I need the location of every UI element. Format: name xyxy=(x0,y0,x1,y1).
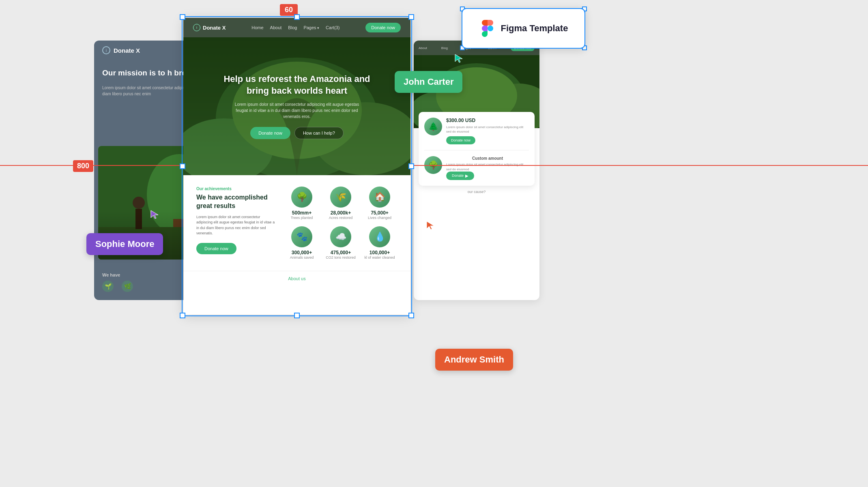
achievement-circle-4: ☁️ xyxy=(330,226,351,247)
achievements-title: We have accomplished great results xyxy=(196,193,277,210)
achievement-item-1: 🌾 28,000k+ Acres restored xyxy=(323,187,359,220)
achievements-inner: Our achievements We have accomplished gr… xyxy=(196,187,397,260)
achievement-number-2: 75,000+ xyxy=(371,210,389,216)
hero-section: Help us reforest the Amazonia and bring … xyxy=(183,37,410,175)
left-card-logo-icon: i xyxy=(102,46,110,54)
achievements-left: Our achievements We have accomplished gr… xyxy=(196,187,277,260)
achievement-number-3: 300,000+ xyxy=(292,250,312,255)
nav-donate-button[interactable]: Donate now xyxy=(365,23,401,32)
achievement-label-5: kl of water cleaned xyxy=(364,255,395,260)
main-nav: i Donate X Home About Blog Pages Cart(3)… xyxy=(183,18,410,37)
figma-logo-icon xyxy=(479,20,496,37)
name-badge-andrew: Andrew Smith xyxy=(435,349,513,371)
achievement-number-0: 500mm+ xyxy=(292,210,312,216)
left-card-achievement-label: We have xyxy=(102,272,120,277)
donate-custom-btn-label: Donate xyxy=(452,174,464,178)
achievement-label-0: Trees planted xyxy=(291,216,313,220)
achievements-desc: Lorem ipsum dolor sit amet consectetur a… xyxy=(196,215,277,236)
main-frame: i Donate X Home About Blog Pages Cart(3)… xyxy=(183,18,410,315)
hero-title: Help us reforest the Amazonia and bring … xyxy=(220,73,374,97)
main-footer-link[interactable]: About us xyxy=(183,271,410,286)
right-card-nav-about: About xyxy=(419,46,427,50)
donate-price-1: $300.00 USD xyxy=(446,118,529,123)
achievement-circle-1: 🌾 xyxy=(330,187,351,208)
donate-item-1: 🌲 $300.00 USD Lorem ipsum dolor sit amet… xyxy=(424,118,529,150)
right-card-nav-blog: Blog xyxy=(441,46,448,50)
achievement-circle-5: 💧 xyxy=(369,226,390,247)
donate-info-1: $300.00 USD Lorem ipsum dolor sit amet c… xyxy=(446,118,529,144)
name-badge-sophie: Sophie Moore xyxy=(86,233,163,255)
canvas: 800 60 i Donate X Our mission is to h br… xyxy=(0,0,868,487)
donate-icon-1: 🌲 xyxy=(424,118,442,135)
donate-custom-amount-label: Custom amount xyxy=(446,156,529,161)
donate-custom-btn[interactable]: Donate ▶ xyxy=(446,172,474,180)
nav-link-pages[interactable]: Pages xyxy=(303,25,319,30)
achievement-label-3: Animals saved xyxy=(290,255,314,260)
hero-donate-button[interactable]: Donate now xyxy=(250,127,290,139)
nav-links: Home About Blog Pages Cart(3) xyxy=(251,25,339,30)
achievements-section: Our achievements We have accomplished gr… xyxy=(183,175,410,271)
achievement-label-2: Lives changed xyxy=(368,216,391,220)
donate-info-2: Custom amount Lorem ipsum dolor sit amet… xyxy=(446,156,529,180)
hero-subtitle: Lorem ipsum dolor sit amet consectetur a… xyxy=(234,101,360,120)
figma-template-box: Figma Template xyxy=(462,8,585,49)
achievement-number-4: 475,000+ xyxy=(331,250,351,255)
nav-cart[interactable]: Cart(3) xyxy=(326,25,339,30)
achievement-circle-2: 🏠 xyxy=(369,187,390,208)
left-card-logo-text: Donate X xyxy=(114,47,140,54)
hero-help-button[interactable]: How can I help? xyxy=(294,127,344,139)
achievements-grid: 🌳 500mm+ Trees planted 🌾 28,000k+ Acres … xyxy=(284,187,397,260)
donate-arrow-icon: ▶ xyxy=(465,174,468,178)
ruler-label: 800 xyxy=(73,160,93,172)
right-card-support-text: our cause? xyxy=(414,186,539,194)
donate-custom-row: Donate ▶ xyxy=(446,172,529,180)
achievement-circle-0: 🌳 xyxy=(291,187,312,208)
nav-link-blog[interactable]: Blog xyxy=(288,25,297,30)
achievement-icon-2: 🌿 xyxy=(122,281,133,292)
nav-logo-icon: i xyxy=(193,24,200,31)
achievements-right: 🌳 500mm+ Trees planted 🌾 28,000k+ Acres … xyxy=(284,187,397,260)
achievement-item-2: 🏠 75,000+ Lives changed xyxy=(362,187,397,220)
figma-template-text: Figma Template xyxy=(501,23,568,34)
right-card-donate-card: 🌲 $300.00 USD Lorem ipsum dolor sit amet… xyxy=(419,112,535,186)
nav-link-home[interactable]: Home xyxy=(251,25,263,30)
svg-marker-19 xyxy=(151,210,158,219)
nav-link-about[interactable]: About xyxy=(270,25,282,30)
donate-desc-2: Lorem ipsum dolor sit amet consectetur a… xyxy=(446,162,529,171)
svg-marker-20 xyxy=(427,221,434,230)
donate-item-2: 🌳 Custom amount Lorem ipsum dolor sit am… xyxy=(424,156,529,180)
achievements-donate-button[interactable]: Donate now xyxy=(196,243,236,254)
achievement-item-5: 💧 100,000+ kl of water cleaned xyxy=(362,226,397,260)
svg-marker-18 xyxy=(455,54,462,62)
achievements-label: Our achievements xyxy=(196,187,277,191)
dimension-badge-top: 60 xyxy=(280,4,298,16)
achievement-number-1: 28,000k+ xyxy=(331,210,351,216)
achievement-item-4: ☁️ 475,000+ CO2 tons restored xyxy=(323,226,359,260)
achievement-label-4: CO2 tons restored xyxy=(326,255,356,260)
achievement-number-5: 100,000+ xyxy=(370,250,390,255)
achievement-label-1: Acres restored xyxy=(329,216,353,220)
nav-logo-text: Donate X xyxy=(203,25,226,31)
svg-point-6 xyxy=(133,197,145,209)
nav-logo: i Donate X xyxy=(193,24,226,31)
achievement-circle-3: 🐾 xyxy=(291,226,312,247)
donate-desc-1: Lorem ipsum dolor sit amet consectetur a… xyxy=(446,125,529,134)
hero-buttons: Donate now How can I help? xyxy=(250,127,344,139)
achievement-icon-1: 🌱 xyxy=(102,281,114,292)
achievement-item-0: 🌳 500mm+ Trees planted xyxy=(284,187,320,220)
name-badge-john: John Carter xyxy=(395,71,462,93)
ruler-line xyxy=(0,165,868,166)
achievement-item-3: 🐾 300,000+ Animals saved xyxy=(284,226,320,260)
donate-btn-1[interactable]: Donate now xyxy=(446,136,475,144)
